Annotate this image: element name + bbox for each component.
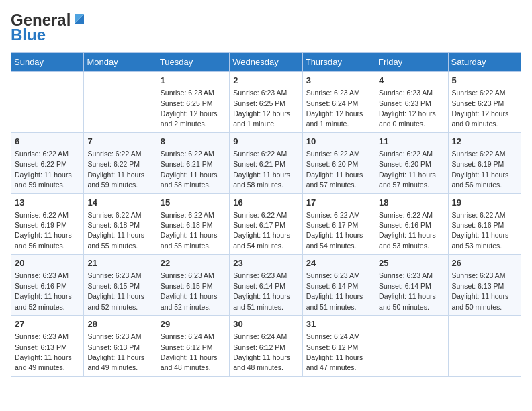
calendar-cell: 24Sunrise: 6:23 AM Sunset: 6:14 PM Dayli… <box>302 255 375 316</box>
calendar-cell: 7Sunrise: 6:22 AM Sunset: 6:22 PM Daylig… <box>84 132 157 193</box>
calendar-week-1: 1Sunrise: 6:23 AM Sunset: 6:25 PM Daylig… <box>11 72 521 133</box>
day-info: Sunrise: 6:23 AM Sunset: 6:23 PM Dayligh… <box>379 89 436 128</box>
day-number: 8 <box>161 136 226 148</box>
logo-icon <box>72 11 87 26</box>
day-info: Sunrise: 6:23 AM Sunset: 6:15 PM Dayligh… <box>87 271 144 310</box>
calendar-cell: 29Sunrise: 6:24 AM Sunset: 6:12 PM Dayli… <box>157 316 229 377</box>
day-number: 25 <box>379 257 444 269</box>
calendar-cell: 31Sunrise: 6:24 AM Sunset: 6:12 PM Dayli… <box>302 316 375 377</box>
day-info: Sunrise: 6:23 AM Sunset: 6:14 PM Dayligh… <box>306 271 363 310</box>
calendar-cell: 9Sunrise: 6:22 AM Sunset: 6:21 PM Daylig… <box>230 132 302 193</box>
day-of-week-saturday: Saturday <box>448 53 521 72</box>
day-info: Sunrise: 6:24 AM Sunset: 6:12 PM Dayligh… <box>233 332 290 371</box>
calendar-cell: 23Sunrise: 6:23 AM Sunset: 6:14 PM Dayli… <box>230 255 302 316</box>
calendar-cell: 26Sunrise: 6:23 AM Sunset: 6:13 PM Dayli… <box>448 255 521 316</box>
day-number: 13 <box>15 197 80 209</box>
day-number: 28 <box>87 318 152 330</box>
day-info: Sunrise: 6:23 AM Sunset: 6:13 PM Dayligh… <box>87 332 144 371</box>
day-number: 10 <box>306 136 371 148</box>
calendar-cell: 28Sunrise: 6:23 AM Sunset: 6:13 PM Dayli… <box>84 316 157 377</box>
calendar-cell: 6Sunrise: 6:22 AM Sunset: 6:22 PM Daylig… <box>11 132 84 193</box>
calendar-cell: 4Sunrise: 6:23 AM Sunset: 6:23 PM Daylig… <box>375 72 448 133</box>
calendar-cell: 27Sunrise: 6:23 AM Sunset: 6:13 PM Dayli… <box>11 316 84 377</box>
calendar-week-5: 27Sunrise: 6:23 AM Sunset: 6:13 PM Dayli… <box>11 316 521 377</box>
calendar-cell: 1Sunrise: 6:23 AM Sunset: 6:25 PM Daylig… <box>157 72 229 133</box>
calendar-cell: 17Sunrise: 6:22 AM Sunset: 6:17 PM Dayli… <box>302 193 375 255</box>
calendar-week-2: 6Sunrise: 6:22 AM Sunset: 6:22 PM Daylig… <box>11 132 521 193</box>
day-info: Sunrise: 6:22 AM Sunset: 6:21 PM Dayligh… <box>161 150 218 189</box>
day-number: 27 <box>15 318 80 330</box>
day-number: 20 <box>15 257 80 269</box>
day-number: 5 <box>452 75 517 87</box>
day-info: Sunrise: 6:22 AM Sunset: 6:16 PM Dayligh… <box>379 211 436 250</box>
day-number: 1 <box>161 75 226 87</box>
day-info: Sunrise: 6:22 AM Sunset: 6:19 PM Dayligh… <box>452 150 509 189</box>
day-of-week-tuesday: Tuesday <box>157 53 229 72</box>
logo-blue: Blue <box>11 26 46 44</box>
day-of-week-thursday: Thursday <box>302 53 375 72</box>
calendar-cell: 12Sunrise: 6:22 AM Sunset: 6:19 PM Dayli… <box>448 132 521 193</box>
day-number: 7 <box>87 136 152 148</box>
day-number: 26 <box>452 257 517 269</box>
calendar-cell: 22Sunrise: 6:23 AM Sunset: 6:15 PM Dayli… <box>157 255 229 316</box>
day-info: Sunrise: 6:24 AM Sunset: 6:12 PM Dayligh… <box>161 332 218 371</box>
day-number: 6 <box>15 136 80 148</box>
day-info: Sunrise: 6:23 AM Sunset: 6:25 PM Dayligh… <box>161 89 218 128</box>
calendar-cell: 13Sunrise: 6:22 AM Sunset: 6:19 PM Dayli… <box>11 193 84 255</box>
day-info: Sunrise: 6:24 AM Sunset: 6:12 PM Dayligh… <box>306 332 363 371</box>
calendar-cell: 10Sunrise: 6:22 AM Sunset: 6:20 PM Dayli… <box>302 132 375 193</box>
day-number: 30 <box>233 318 298 330</box>
day-info: Sunrise: 6:22 AM Sunset: 6:18 PM Dayligh… <box>161 211 218 250</box>
day-number: 9 <box>233 136 298 148</box>
day-number: 18 <box>379 197 444 209</box>
calendar-week-4: 20Sunrise: 6:23 AM Sunset: 6:16 PM Dayli… <box>11 255 521 316</box>
day-info: Sunrise: 6:23 AM Sunset: 6:14 PM Dayligh… <box>233 271 290 310</box>
day-number: 23 <box>233 257 298 269</box>
day-info: Sunrise: 6:22 AM Sunset: 6:17 PM Dayligh… <box>233 211 290 250</box>
day-number: 22 <box>161 257 226 269</box>
day-of-week-friday: Friday <box>375 53 448 72</box>
day-info: Sunrise: 6:22 AM Sunset: 6:20 PM Dayligh… <box>306 150 363 189</box>
calendar-cell <box>375 316 448 377</box>
calendar-cell: 2Sunrise: 6:23 AM Sunset: 6:25 PM Daylig… <box>230 72 302 133</box>
day-number: 21 <box>87 257 152 269</box>
day-number: 14 <box>87 197 152 209</box>
day-info: Sunrise: 6:22 AM Sunset: 6:18 PM Dayligh… <box>87 211 144 250</box>
day-info: Sunrise: 6:23 AM Sunset: 6:15 PM Dayligh… <box>161 271 218 310</box>
day-of-week-header-row: SundayMondayTuesdayWednesdayThursdayFrid… <box>11 53 521 72</box>
day-number: 24 <box>306 257 371 269</box>
logo: General Blue <box>11 11 87 44</box>
calendar-week-3: 13Sunrise: 6:22 AM Sunset: 6:19 PM Dayli… <box>11 193 521 255</box>
day-info: Sunrise: 6:22 AM Sunset: 6:17 PM Dayligh… <box>306 211 363 250</box>
calendar-cell: 14Sunrise: 6:22 AM Sunset: 6:18 PM Dayli… <box>84 193 157 255</box>
day-info: Sunrise: 6:22 AM Sunset: 6:21 PM Dayligh… <box>233 150 290 189</box>
day-number: 17 <box>306 197 371 209</box>
calendar-cell: 20Sunrise: 6:23 AM Sunset: 6:16 PM Dayli… <box>11 255 84 316</box>
day-number: 2 <box>233 75 298 87</box>
day-number: 15 <box>161 197 226 209</box>
day-info: Sunrise: 6:23 AM Sunset: 6:13 PM Dayligh… <box>15 332 72 371</box>
calendar-cell <box>11 72 84 133</box>
day-of-week-sunday: Sunday <box>11 53 84 72</box>
day-info: Sunrise: 6:23 AM Sunset: 6:14 PM Dayligh… <box>379 271 436 310</box>
day-of-week-monday: Monday <box>84 53 157 72</box>
calendar-cell: 21Sunrise: 6:23 AM Sunset: 6:15 PM Dayli… <box>84 255 157 316</box>
day-number: 29 <box>161 318 226 330</box>
calendar-cell: 11Sunrise: 6:22 AM Sunset: 6:20 PM Dayli… <box>375 132 448 193</box>
calendar-cell <box>84 72 157 133</box>
day-info: Sunrise: 6:23 AM Sunset: 6:16 PM Dayligh… <box>15 271 72 310</box>
day-info: Sunrise: 6:22 AM Sunset: 6:23 PM Dayligh… <box>452 89 509 128</box>
day-info: Sunrise: 6:22 AM Sunset: 6:22 PM Dayligh… <box>87 150 144 189</box>
day-info: Sunrise: 6:22 AM Sunset: 6:22 PM Dayligh… <box>15 150 72 189</box>
day-info: Sunrise: 6:23 AM Sunset: 6:24 PM Dayligh… <box>306 89 363 128</box>
calendar-cell: 19Sunrise: 6:22 AM Sunset: 6:16 PM Dayli… <box>448 193 521 255</box>
calendar-cell: 3Sunrise: 6:23 AM Sunset: 6:24 PM Daylig… <box>302 72 375 133</box>
day-info: Sunrise: 6:22 AM Sunset: 6:16 PM Dayligh… <box>452 211 509 250</box>
calendar-cell <box>448 316 521 377</box>
day-info: Sunrise: 6:22 AM Sunset: 6:19 PM Dayligh… <box>15 211 72 250</box>
calendar-table: SundayMondayTuesdayWednesdayThursdayFrid… <box>11 52 521 377</box>
calendar-cell: 18Sunrise: 6:22 AM Sunset: 6:16 PM Dayli… <box>375 193 448 255</box>
day-info: Sunrise: 6:22 AM Sunset: 6:20 PM Dayligh… <box>379 150 436 189</box>
day-number: 31 <box>306 318 371 330</box>
day-number: 12 <box>452 136 517 148</box>
